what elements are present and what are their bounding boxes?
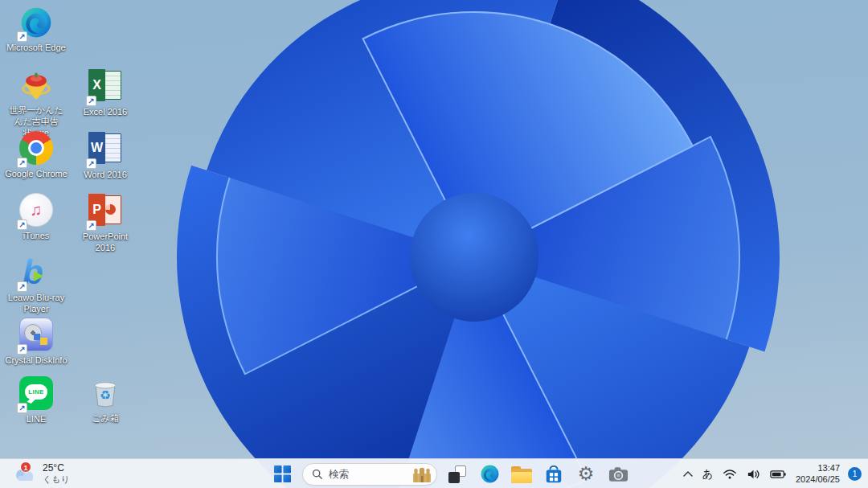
desktop-icon-tax-app[interactable]: 世界一かんたんだ吉申告状.exe: [5, 68, 68, 138]
desktop-icon-label: Crystal DiskInfo: [5, 355, 68, 367]
desktop-icon-label: Excel 2016: [74, 107, 137, 118]
weather-cloud-icon: 1: [13, 465, 37, 484]
shortcut-arrow-icon: ↗: [86, 96, 96, 106]
desktop-icon-label: PowerPoint 2016: [74, 232, 137, 254]
start-button[interactable]: [270, 462, 294, 486]
desktop-icon-recycle-bin[interactable]: ♻ ごみ箱: [74, 375, 137, 424]
folder-icon: [511, 466, 532, 483]
battery-button[interactable]: [767, 462, 789, 486]
shortcut-arrow-icon: ↗: [86, 220, 96, 231]
microsoft-edge-icon: [480, 464, 500, 484]
clock[interactable]: 13:47 2024/06/25: [792, 463, 843, 484]
desktop: ↗ Microsoft Edge 世界一かんたんだ吉申告状.exe X ↗ Ex…: [0, 0, 868, 488]
task-view-button[interactable]: [445, 462, 469, 486]
desktop-icon-label: iTunes: [5, 231, 68, 242]
shortcut-arrow-icon: ↗: [17, 31, 27, 42]
chevron-up-icon: [683, 471, 693, 477]
leawo-player-icon: b ↗: [18, 255, 54, 290]
file-explorer-button[interactable]: [510, 462, 534, 486]
desktop-icon-label: Google Chrome: [5, 169, 68, 180]
svg-text:♻: ♻: [100, 388, 111, 402]
recycle-bin-icon: ♻: [88, 375, 123, 411]
shortcut-arrow-icon: ↗: [17, 219, 27, 230]
desktop-icon-itunes[interactable]: ♫ ↗ iTunes: [5, 192, 68, 242]
spinning-top-app-icon: [18, 68, 54, 103]
camera-icon: [608, 466, 628, 482]
task-view-icon: [448, 465, 466, 483]
microsoft-store-button[interactable]: [542, 462, 566, 486]
microsoft-edge-icon: ↗: [18, 5, 54, 40]
desktop-icon-label: ごみ箱: [74, 413, 137, 424]
camera-button[interactable]: [606, 462, 630, 486]
excel-icon: X ↗: [88, 69, 123, 105]
itunes-icon: ♫ ↗: [18, 193, 54, 228]
search-highlight-castle-icon: [411, 465, 432, 483]
windows-logo-icon: [274, 465, 291, 482]
search-box[interactable]: [302, 463, 437, 486]
word-icon: W ↗: [88, 132, 123, 167]
ime-mode-button[interactable]: あ: [699, 462, 716, 486]
desktop-icon-chrome[interactable]: ↗ Google Chrome: [5, 130, 68, 180]
desktop-icon-microsoft-edge[interactable]: ↗ Microsoft Edge: [5, 5, 68, 54]
desktop-icon-line[interactable]: LINE ↗ LINE: [5, 375, 68, 425]
tray-time: 13:47: [817, 463, 840, 474]
search-input[interactable]: [329, 469, 406, 480]
store-bag-icon: [544, 465, 563, 484]
desktop-icon-word[interactable]: W ↗ Word 2016: [74, 130, 137, 181]
notification-badge[interactable]: 1: [848, 467, 862, 481]
taskbar-edge-button[interactable]: [477, 462, 502, 486]
desktop-icon-powerpoint[interactable]: P ↗ PowerPoint 2016: [74, 192, 137, 254]
widgets-weather-button[interactable]: 1 25°C くもり: [8, 459, 75, 488]
powerpoint-icon: P ↗: [88, 194, 123, 229]
settings-button[interactable]: ⚙: [574, 462, 598, 486]
shortcut-arrow-icon: ↗: [17, 344, 27, 355]
weather-condition: くもり: [43, 474, 70, 485]
desktop-icon-label: Leawo Blu-ray Player: [5, 293, 68, 315]
shortcut-arrow-icon: ↗: [17, 158, 27, 168]
gear-icon: ⚙: [578, 465, 595, 483]
desktop-icon-label: LINE: [5, 414, 68, 425]
taskbar: 1 25°C くもり: [0, 458, 868, 488]
tray-overflow-button[interactable]: [680, 462, 696, 486]
desktop-icon-excel[interactable]: X ↗ Excel 2016: [74, 68, 137, 118]
desktop-icon-label: Word 2016: [74, 170, 137, 181]
network-button[interactable]: [719, 462, 740, 486]
wifi-icon: [723, 469, 737, 480]
desktop-icon-leawo[interactable]: b ↗ Leawo Blu-ray Player: [5, 255, 68, 315]
weather-temperature: 25°C: [43, 463, 70, 474]
crystaldiskinfo-icon: ↗: [18, 318, 54, 353]
battery-icon: [770, 470, 786, 479]
google-chrome-icon: ↗: [18, 131, 54, 166]
tray-date: 2024/06/25: [796, 474, 840, 485]
shortcut-arrow-icon: ↗: [86, 158, 96, 169]
shortcut-arrow-icon: ↗: [17, 403, 27, 413]
volume-button[interactable]: [743, 462, 764, 486]
search-icon: [312, 469, 323, 480]
desktop-icon-label: Microsoft Edge: [5, 43, 68, 54]
shortcut-arrow-icon: ↗: [17, 281, 27, 292]
desktop-icon-crystaldiskinfo[interactable]: ↗ Crystal DiskInfo: [5, 317, 68, 367]
speaker-icon: [747, 469, 760, 480]
line-icon: LINE ↗: [18, 376, 54, 412]
weather-alert-badge: 1: [20, 461, 31, 473]
